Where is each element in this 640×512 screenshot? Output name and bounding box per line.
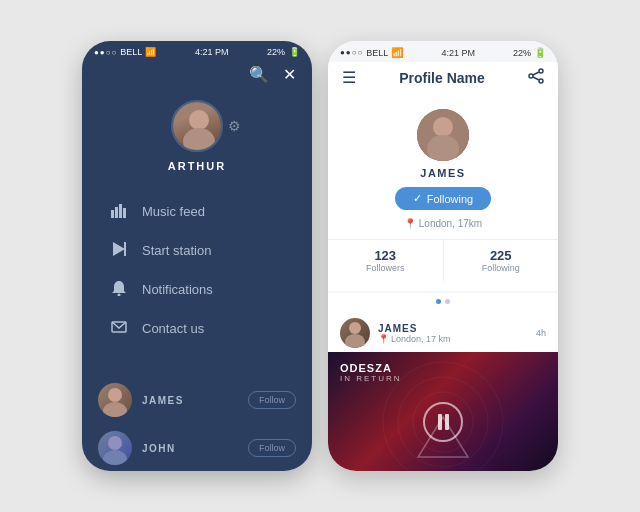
- friend-avatar-john: [98, 431, 132, 465]
- left-phone: ●●○○ BELL 📶 4:21 PM 22% 🔋 🔍 ✕: [82, 41, 312, 471]
- right-profile-card: JAMES ✓ Following 📍 London, 17km 123 Fol…: [328, 95, 558, 291]
- album-subtitle: IN RETURN: [340, 374, 402, 383]
- search-icon[interactable]: 🔍: [249, 65, 269, 84]
- svg-point-16: [539, 69, 543, 73]
- status-bar-left: ●●○○ BELL 📶 4:21 PM 22% 🔋: [82, 41, 312, 61]
- music-card-username: JAMES: [378, 323, 528, 334]
- james-avatar: [417, 109, 469, 161]
- svg-point-12: [108, 436, 122, 450]
- header-title: Profile Name: [399, 70, 485, 86]
- svg-marker-29: [418, 417, 468, 457]
- location-pin-icon: 📍: [404, 218, 416, 229]
- left-menu: Music feed Start station: [82, 188, 312, 352]
- wifi-icon: 📶: [145, 47, 156, 57]
- friends-section: JAMES Follow JOHN Follow: [82, 368, 312, 471]
- james-name: JAMES: [420, 167, 465, 179]
- stats-row: 123 Followers 225 Following: [328, 239, 558, 281]
- music-album-image[interactable]: ODESZA IN RETURN: [328, 352, 558, 471]
- top-icons-bar: 🔍 ✕: [82, 61, 312, 92]
- svg-point-17: [539, 79, 543, 83]
- friend-name-james: JAMES: [142, 395, 238, 406]
- time-right: 4:21 PM: [441, 48, 475, 58]
- music-card-location: 📍 London, 17 km: [378, 334, 528, 344]
- followers-count: 123: [328, 248, 443, 263]
- dot-1: [436, 299, 441, 304]
- music-card: JAMES 📍 London, 17 km 4h ODESZA I: [328, 310, 558, 471]
- follow-button-james[interactable]: Follow: [248, 391, 296, 409]
- menu-label-contact-us: Contact us: [142, 321, 204, 336]
- start-station-icon: [110, 241, 128, 260]
- follow-button-john[interactable]: Follow: [248, 439, 296, 457]
- music-card-header: JAMES 📍 London, 17 km 4h: [328, 310, 558, 352]
- menu-item-start-station[interactable]: Start station: [82, 231, 312, 270]
- location-text: 📍 London, 17km: [404, 218, 482, 229]
- following-stat: 225 Following: [443, 240, 559, 281]
- menu-item-contact-us[interactable]: Contact us: [82, 309, 312, 348]
- signal-dots-right: ●●○○: [340, 48, 363, 57]
- album-title: ODESZA: [340, 362, 402, 374]
- gear-icon[interactable]: ⚙: [228, 118, 241, 134]
- hamburger-icon[interactable]: ☰: [342, 68, 356, 87]
- dot-2: [445, 299, 450, 304]
- svg-rect-4: [119, 204, 122, 218]
- contact-icon: [110, 319, 128, 338]
- battery-pct-left: 22%: [267, 47, 285, 57]
- following-button[interactable]: ✓ Following: [395, 187, 491, 210]
- svg-point-24: [349, 322, 361, 334]
- check-icon: ✓: [413, 192, 422, 205]
- carrier-left: BELL: [120, 47, 142, 57]
- album-info: ODESZA IN RETURN: [340, 362, 402, 383]
- arthur-avatar-img: [173, 102, 221, 150]
- followers-stat: 123 Followers: [328, 240, 443, 281]
- friend-row-john: JOHN Follow: [82, 424, 312, 471]
- svg-point-0: [189, 110, 209, 130]
- following-label: Following: [427, 193, 473, 205]
- time-left: 4:21 PM: [195, 47, 229, 57]
- menu-label-start-station: Start station: [142, 243, 211, 258]
- left-profile-section: ⚙ ARTHUR: [82, 92, 312, 188]
- svg-point-11: [103, 402, 127, 417]
- svg-point-22: [433, 117, 453, 137]
- close-icon[interactable]: ✕: [283, 65, 296, 84]
- menu-label-music-feed: Music feed: [142, 204, 205, 219]
- svg-rect-5: [123, 208, 126, 218]
- svg-point-8: [118, 294, 121, 297]
- battery-pct-right: 22%: [513, 48, 531, 58]
- arthur-name: ARTHUR: [168, 160, 226, 172]
- svg-point-13: [103, 450, 127, 465]
- music-feed-icon: [110, 202, 128, 221]
- location-icon-small: 📍: [378, 334, 389, 344]
- wifi-icon-right: 📶: [391, 47, 403, 58]
- svg-point-10: [108, 388, 122, 402]
- svg-marker-6: [113, 242, 125, 256]
- friend-avatar-james: [98, 383, 132, 417]
- status-bar-right: ●●○○ BELL 📶 4:21 PM 22% 🔋: [328, 41, 558, 62]
- friend-row-james: JAMES Follow: [82, 376, 312, 424]
- battery-icon-right: 🔋: [534, 47, 546, 58]
- svg-line-19: [533, 72, 539, 75]
- svg-rect-2: [111, 210, 114, 218]
- app-container: ●●○○ BELL 📶 4:21 PM 22% 🔋 🔍 ✕: [62, 21, 578, 491]
- menu-label-notifications: Notifications: [142, 282, 213, 297]
- menu-item-notifications[interactable]: Notifications: [82, 270, 312, 309]
- right-header: ☰ Profile Name: [328, 62, 558, 95]
- svg-point-18: [529, 74, 533, 78]
- following-label: Following: [444, 263, 559, 273]
- arthur-avatar: [171, 100, 223, 152]
- notifications-icon: [110, 280, 128, 299]
- battery-icon-left: 🔋: [289, 47, 300, 57]
- music-card-avatar: [340, 318, 370, 348]
- svg-point-25: [345, 334, 365, 348]
- carrier-right: BELL: [366, 48, 388, 58]
- followers-label: Followers: [328, 263, 443, 273]
- music-card-info: JAMES 📍 London, 17 km: [378, 323, 528, 344]
- menu-item-music-feed[interactable]: Music feed: [82, 192, 312, 231]
- music-card-time: 4h: [536, 328, 546, 338]
- svg-point-1: [183, 128, 215, 152]
- following-count: 225: [444, 248, 559, 263]
- right-phone: ●●○○ BELL 📶 4:21 PM 22% 🔋 ☰ Profile Name: [328, 41, 558, 471]
- svg-rect-3: [115, 207, 118, 218]
- page-dots: [328, 293, 558, 310]
- signal-dots: ●●○○: [94, 48, 117, 57]
- share-icon[interactable]: [528, 68, 544, 87]
